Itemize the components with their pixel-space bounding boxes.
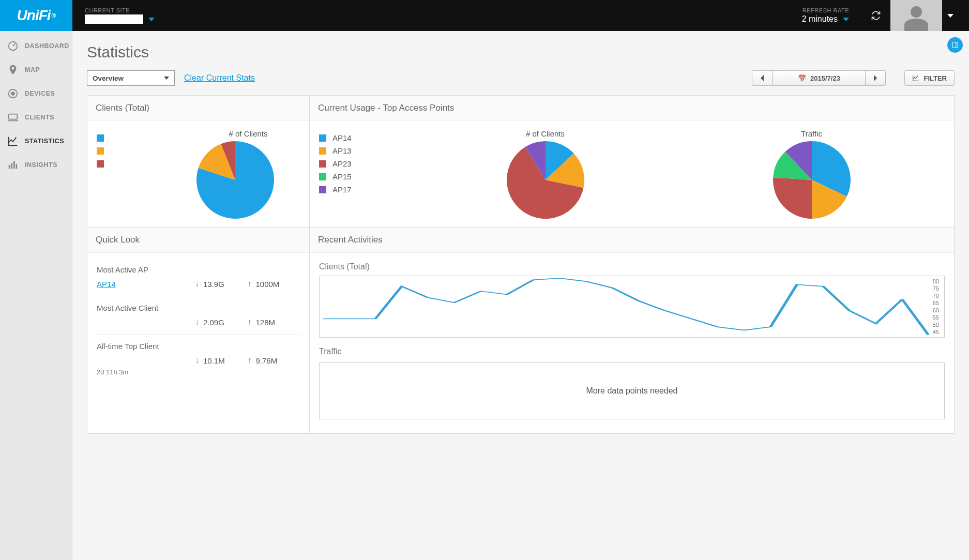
date-display[interactable]: 📅 2015/7/23 [773,70,866,86]
refresh-rate-selector[interactable]: REFRESH RATE 2 minutes [790,0,861,31]
legend-item: ████████ [97,159,191,168]
quick-look-panel: Quick Look Most Active AP AP14 ↓ 13.9G ↑… [87,228,310,433]
svg-rect-7 [16,164,18,169]
legend-item: ████ [97,146,191,155]
panel-title: Current Usage - Top Access Points [310,96,954,121]
svg-point-2 [11,92,14,95]
sidebar-item-label: CLIENTS [25,114,54,121]
sidebar-item-label: STATISTICS [25,138,64,145]
ql-most-active-client-link[interactable]: ███████████ [97,318,195,327]
current-site-selector[interactable]: CURRENT SITE ██████████ [72,0,167,31]
ql-down-value: 13.9G [203,280,248,289]
ql-most-active-ap-link[interactable]: AP14 [97,280,195,289]
legend-label: ████ [110,146,132,155]
topbar: UniFi® CURRENT SITE ██████████ REFRESH R… [0,0,969,31]
disc-icon [7,88,19,99]
chevron-down-icon [148,18,155,21]
ql-down-value: 10.1M [203,356,248,365]
sidebar: DASHBOARD MAP DEVICES CLIENTS STATISTICS… [0,31,72,560]
clear-stats-link[interactable]: Clear Current Stats [184,73,255,83]
legend-item: AP14 [319,133,402,142]
arrow-down-icon: ↓ [195,279,199,289]
legend-label: ████████ [110,159,154,168]
toolbar: Overview Clear Current Stats 📅 2015/7/23… [87,70,955,86]
chevron-down-icon [164,77,169,80]
date-prev-button[interactable] [752,70,773,86]
top-ap-legend: AP14AP13AP23AP15AP17 [319,129,402,198]
sidebar-item-insights[interactable]: INSIGHTS [0,153,72,177]
view-select-value: Overview [93,74,124,82]
current-site-label: CURRENT SITE [85,7,155,13]
date-next-button[interactable] [866,70,886,86]
legend-label: AP13 [332,146,352,155]
brand-logo: UniFi® [0,0,72,31]
clients-total-panel: Clients (Total) ████████████████████ # o… [87,96,310,228]
legend-label: AP14 [332,133,352,142]
sidebar-item-label: MAP [25,66,40,73]
arrow-up-icon: ↑ [248,356,252,365]
chart-line-icon [7,135,19,147]
filter-button[interactable]: FILTER [904,70,955,86]
sidebar-item-label: DEVICES [25,90,55,97]
traffic-placeholder: More data points needed [319,362,945,419]
clients-timeline-chart: 8075706560555045 [319,276,945,338]
filter-icon [912,74,919,82]
filter-label: FILTER [923,74,947,82]
ql-most-active-client-label: Most Active Client [97,304,300,312]
arrow-up-icon: ↑ [248,317,252,327]
svg-rect-3 [9,114,18,119]
date-value: 2015/7/23 [810,74,840,82]
ql-alltime-duration: 2d 11h 3m [97,368,300,376]
svg-rect-5 [11,163,12,169]
ql-most-active-ap-label: Most Active AP [97,265,300,274]
color-swatch [319,134,326,142]
chevron-down-icon [843,18,849,21]
ql-up-value: 1000M [256,280,300,289]
main-content: Statistics Overview Clear Current Stats … [72,31,969,560]
legend-item: AP17 [319,185,402,194]
recent-activities-panel: Recent Activities Clients (Total) 807570… [310,228,954,433]
ap-clients-pie-chart [507,141,584,219]
sidebar-item-dashboard[interactable]: DASHBOARD [0,34,72,58]
color-swatch [97,160,104,168]
ap-traffic-pie-chart [773,141,851,219]
legend-item: ████████ [97,133,191,142]
avatar [890,0,942,31]
color-swatch [319,173,326,180]
arrow-down-icon: ↓ [195,317,199,327]
chart-title: # of Clients [507,129,584,138]
color-swatch [97,147,104,155]
legend-label: AP17 [332,185,352,194]
svg-rect-6 [13,161,15,169]
ql-alltime-top-link[interactable]: ██████████ [97,356,195,365]
legend-label: AP23 [332,159,352,168]
view-select[interactable]: Overview [87,70,175,86]
panel-title: Clients (Total) [87,96,309,121]
calendar-icon: 📅 [798,74,806,82]
svg-rect-4 [9,165,10,169]
refresh-rate-label: REFRESH RATE [803,7,849,13]
panel-toggle-button[interactable] [947,37,963,53]
color-swatch [319,186,326,193]
laptop-icon [7,112,19,123]
user-menu[interactable] [890,0,969,31]
refresh-rate-value: 2 minutes [802,14,838,24]
legend-item: AP15 [319,172,402,181]
color-swatch [319,160,326,168]
current-site-value: ██████████ [85,14,143,24]
refresh-icon[interactable] [861,0,890,31]
color-swatch [319,147,326,155]
recent-traffic-label: Traffic [319,347,945,356]
color-swatch [97,134,104,142]
sidebar-item-statistics[interactable]: STATISTICS [0,129,72,153]
chart-title: Traffic [773,129,851,138]
chart-title: # of Clients [196,129,300,138]
sidebar-item-label: INSIGHTS [25,161,57,169]
sidebar-item-devices[interactable]: DEVICES [0,82,72,105]
ql-up-value: 9.76M [256,356,300,365]
bars-icon [7,159,19,171]
sidebar-item-map[interactable]: MAP [0,58,72,82]
panel-title: Recent Activities [310,228,954,253]
top-ap-panel: Current Usage - Top Access Points AP14AP… [310,96,954,228]
sidebar-item-clients[interactable]: CLIENTS [0,105,72,129]
